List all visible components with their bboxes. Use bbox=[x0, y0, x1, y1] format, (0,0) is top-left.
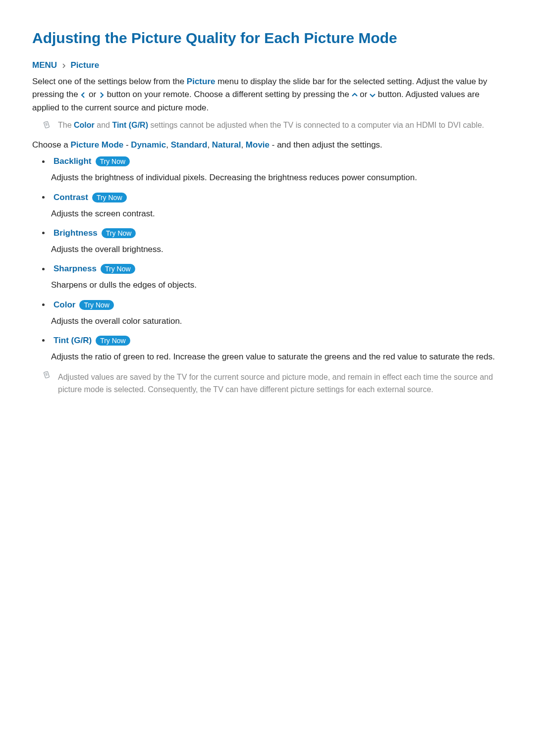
list-item: Brightness Try Now Adjusts the overall b… bbox=[51, 228, 503, 256]
final-note: Adjusted values are saved by the TV for … bbox=[43, 371, 503, 396]
settings-list: Backlight Try Now Adjusts the brightness… bbox=[32, 156, 503, 363]
chevron-left-icon bbox=[80, 92, 86, 98]
try-now-button[interactable]: Try Now bbox=[92, 193, 127, 202]
try-now-button[interactable]: Try Now bbox=[79, 300, 114, 310]
standard-mode: Standard bbox=[171, 140, 208, 150]
setting-desc: Adjusts the overall brightness. bbox=[51, 243, 503, 256]
bullet-icon bbox=[42, 160, 45, 163]
note-icon bbox=[43, 371, 50, 380]
page-title: Adjusting the Picture Quality for Each P… bbox=[32, 30, 503, 47]
setting-desc: Adjusts the overall color saturation. bbox=[51, 315, 503, 328]
list-item: Backlight Try Now Adjusts the brightness… bbox=[51, 156, 503, 184]
bullet-icon bbox=[42, 303, 45, 306]
chevron-up-icon bbox=[352, 92, 358, 98]
svg-line-7 bbox=[46, 375, 48, 376]
setting-contrast: Contrast bbox=[54, 193, 88, 202]
bullet-icon bbox=[42, 196, 45, 199]
setting-tint: Tint (G/R) bbox=[54, 336, 92, 346]
chevron-down-icon bbox=[370, 92, 375, 98]
breadcrumb: MENU Picture bbox=[32, 60, 503, 70]
color-keyword: Color bbox=[74, 121, 95, 129]
movie-mode: Movie bbox=[246, 140, 269, 150]
setting-backlight: Backlight bbox=[54, 156, 92, 166]
svg-line-6 bbox=[46, 374, 48, 375]
breadcrumb-menu: MENU bbox=[32, 60, 57, 70]
intro-paragraph: Select one of the settings below from th… bbox=[32, 75, 503, 114]
setting-desc: Adjusts the brightness of individual pix… bbox=[51, 171, 503, 184]
bullet-icon bbox=[42, 268, 45, 270]
tint-keyword: Tint (G/R) bbox=[112, 121, 148, 129]
breadcrumb-separator-icon bbox=[61, 60, 69, 70]
list-item: Tint (G/R) Try Now Adjusts the ratio of … bbox=[51, 336, 503, 363]
final-note-text: Adjusted values are saved by the TV for … bbox=[58, 371, 503, 396]
setting-desc: Adjusts the screen contrast. bbox=[51, 207, 503, 220]
svg-line-5 bbox=[45, 373, 47, 374]
bullet-icon bbox=[42, 339, 45, 342]
svg-line-1 bbox=[45, 123, 47, 124]
svg-rect-4 bbox=[44, 371, 49, 378]
dynamic-mode: Dynamic bbox=[131, 140, 166, 150]
picture-keyword: Picture bbox=[187, 77, 215, 86]
chevron-right-icon bbox=[99, 92, 105, 98]
note-text: The Color and Tint (G/R) settings cannot… bbox=[58, 119, 484, 132]
setting-sharpness: Sharpness bbox=[54, 264, 97, 274]
setting-desc: Sharpens or dulls the edges of objects. bbox=[51, 279, 503, 292]
note-hdmi-dvi: The Color and Tint (G/R) settings cannot… bbox=[43, 119, 503, 132]
choose-mode-line: Choose a Picture Mode - Dynamic, Standar… bbox=[32, 139, 503, 151]
try-now-button[interactable]: Try Now bbox=[96, 336, 130, 346]
list-item: Color Try Now Adjusts the overall color … bbox=[51, 300, 503, 328]
setting-desc: Adjusts the ratio of green to red. Incre… bbox=[51, 351, 503, 363]
natural-mode: Natural bbox=[212, 140, 241, 150]
try-now-button[interactable]: Try Now bbox=[102, 228, 136, 238]
setting-brightness: Brightness bbox=[54, 228, 98, 238]
setting-color: Color bbox=[54, 300, 75, 310]
svg-rect-0 bbox=[44, 121, 49, 128]
bullet-icon bbox=[42, 232, 45, 234]
svg-line-2 bbox=[46, 124, 48, 124]
picture-mode-keyword: Picture Mode bbox=[71, 140, 124, 150]
svg-line-3 bbox=[46, 125, 48, 125]
note-icon bbox=[43, 121, 50, 130]
breadcrumb-picture: Picture bbox=[71, 60, 100, 70]
list-item: Contrast Try Now Adjusts the screen cont… bbox=[51, 193, 503, 220]
try-now-button[interactable]: Try Now bbox=[101, 264, 135, 274]
list-item: Sharpness Try Now Sharpens or dulls the … bbox=[51, 264, 503, 292]
try-now-button[interactable]: Try Now bbox=[96, 156, 130, 166]
